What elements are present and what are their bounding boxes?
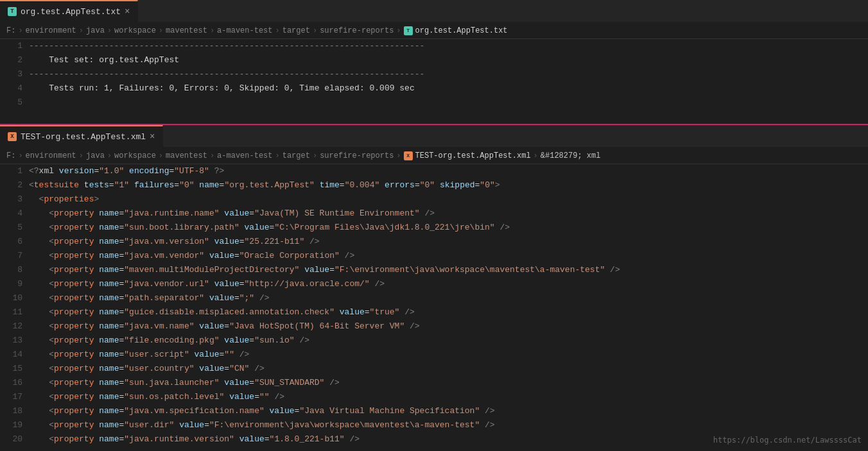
xml-line-15: <property name="user.country" value="CN"… — [29, 362, 868, 376]
tab-xml-close[interactable]: × — [150, 132, 155, 141]
breadcrumb-top: F: › environment › java › workspace › ma… — [0, 22, 868, 39]
tab-xml[interactable]: X TEST-org.test.AppTest.xml × — [0, 125, 163, 147]
xml-line-11: <property name="guice.disable.misplaced.… — [29, 305, 868, 319]
txt-line-3: ----------------------------------------… — [29, 67, 868, 81]
breadcrumb-bottom: F: › environment › java › workspace › ma… — [0, 148, 868, 164]
tab-txt-close[interactable]: × — [125, 7, 130, 16]
bc-txt-filename: org.test.AppTest.txt — [415, 26, 508, 35]
txt-editor-content: 1 2 3 4 5 ------------------------------… — [0, 39, 868, 124]
bc-txt-icon: T — [404, 26, 413, 35]
xml-line-6: <property name="java.vm.version" value="… — [29, 235, 868, 249]
bc-drive: F: — [6, 26, 15, 35]
txt-line-4: Tests run: 1, Failures: 0, Errors: 0, Sk… — [29, 81, 868, 96]
txt-line-1: ----------------------------------------… — [29, 39, 868, 53]
editor-top: T org.test.AppTest.txt × F: › environmen… — [0, 0, 868, 124]
tab-bar-bottom: X TEST-org.test.AppTest.xml × — [0, 125, 868, 148]
xml-line-numbers: 1 2 3 4 5 6 7 8 9 10 11 12 13 14 15 16 1… — [0, 164, 29, 451]
xml-line-17: <property name="sun.os.patch.level" valu… — [29, 390, 868, 404]
xml-line-1: <?xml version="1.0" encoding="UTF-8" ?> — [29, 164, 868, 178]
xml-line-9: <property name="java.vendor.url" value="… — [29, 277, 868, 291]
bc2-xml-icon: X — [404, 151, 413, 160]
xml-line-7: <property name="java.vm.vendor" value="O… — [29, 249, 868, 263]
xml-line-3: <properties> — [29, 192, 868, 207]
txt-file-icon: T — [8, 7, 17, 16]
xml-line-10: <property name="path.separator" value=";… — [29, 291, 868, 305]
xml-editor-content: 1 2 3 4 5 6 7 8 9 10 11 12 13 14 15 16 1… — [0, 164, 868, 451]
bc2-xml-node: &#128279; xml — [541, 151, 601, 160]
xml-line-2: <testsuite tests="1" failures="0" name="… — [29, 178, 868, 192]
tab-xml-label: TEST-org.test.AppTest.xml — [21, 132, 146, 142]
xml-line-18: <property name="java.vm.specification.na… — [29, 404, 868, 418]
bc2-amaven: a-maven-test — [217, 151, 272, 160]
xml-line-12: <property name="java.vm.name" value="Jav… — [29, 319, 868, 334]
xml-line-8: <property name="maven.multiModuleProject… — [29, 263, 868, 277]
bc2-target: target — [282, 151, 310, 160]
xml-line-14: <property name="user.script" value="" /> — [29, 348, 868, 362]
xml-line-5: <property name="sun.boot.library.path" v… — [29, 221, 868, 235]
xml-line-13: <property name="file.encoding.pkg" value… — [29, 334, 868, 348]
bc-maventest: maventest — [166, 26, 207, 35]
bc-java: java — [86, 26, 105, 35]
txt-line-2: Test set: org.test.AppTest — [29, 53, 868, 67]
bc2-xml-filename: TEST-org.test.AppTest.xml — [415, 151, 531, 160]
tab-txt[interactable]: T org.test.AppTest.txt × — [0, 0, 138, 22]
tab-bar-top: T org.test.AppTest.txt × — [0, 0, 868, 22]
bc-surefire: surefire-reports — [320, 26, 394, 35]
bc2-java: java — [86, 151, 105, 160]
watermark: https://blog.csdn.net/LawssssCat — [713, 436, 862, 445]
xml-file-icon: X — [8, 132, 17, 141]
bc-target: target — [282, 26, 310, 35]
xml-line-19: <property name="user.dir" value="F:\envi… — [29, 418, 868, 432]
bc2-maventest: maventest — [166, 151, 207, 160]
txt-line-numbers: 1 2 3 4 5 — [0, 39, 29, 124]
bc2-drive: F: — [6, 151, 15, 160]
txt-line-5 — [29, 96, 868, 110]
bc-environment: environment — [26, 26, 76, 35]
bc2-environment: environment — [26, 151, 76, 160]
xml-line-4: <property name="java.runtime.name" value… — [29, 207, 868, 221]
bc2-surefire: surefire-reports — [320, 151, 394, 160]
txt-code-area[interactable]: ----------------------------------------… — [29, 39, 868, 124]
bc2-workspace: workspace — [114, 151, 156, 160]
editor-bottom: X TEST-org.test.AppTest.xml × F: › envir… — [0, 125, 868, 451]
bc-workspace: workspace — [114, 26, 156, 35]
xml-line-16: <property name="sun.java.launcher" value… — [29, 376, 868, 390]
xml-code-area[interactable]: <?xml version="1.0" encoding="UTF-8" ?> … — [29, 164, 868, 451]
bc-amaven: a-maven-test — [217, 26, 272, 35]
tab-txt-label: org.test.AppTest.txt — [21, 7, 121, 17]
